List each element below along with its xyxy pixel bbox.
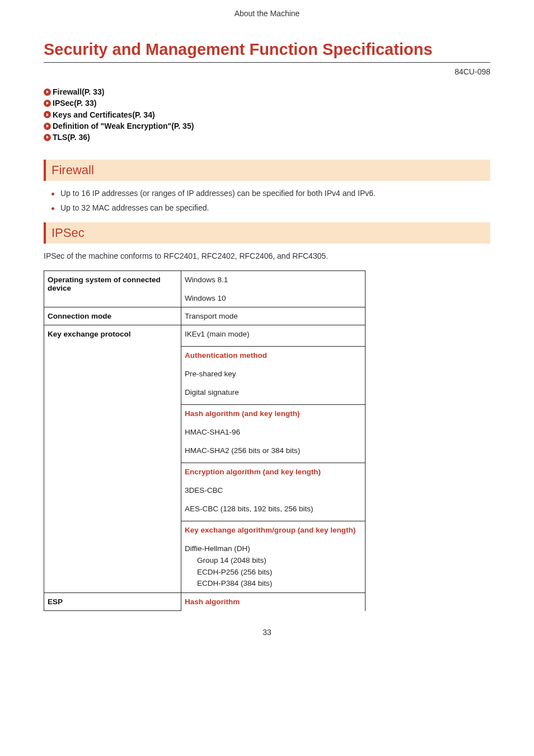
toc-item-ipsec[interactable]: IPSec(P. 33): [44, 97, 490, 109]
toc-item-label: Keys and Certificates(P. 34): [53, 109, 155, 120]
row-label: Key exchange protocol: [44, 325, 181, 593]
subheading-esp-hash: Hash algorithm: [185, 598, 240, 606]
row-label: Operating system of connected device: [44, 271, 181, 307]
row-value: Hash algorithm: [181, 593, 366, 611]
enc-value: 3DES-CBC: [185, 486, 362, 494]
row-value: Windows 8.1 Windows 10: [181, 271, 366, 307]
keg-subitem: ECDH-P384 (384 bits): [197, 578, 362, 589]
table-of-contents: Firewall(P. 33) IPSec(P. 33) Keys and Ce…: [44, 86, 490, 143]
page-number: 33: [44, 628, 490, 637]
toc-item-label: IPSec(P. 33): [53, 97, 96, 109]
auth-value: Pre-shared key: [185, 370, 362, 378]
os-value: Windows 8.1: [185, 276, 362, 284]
table-row: Connection mode Transport mode: [44, 307, 366, 325]
play-circle-icon: [44, 88, 51, 96]
subheading-keg: Key exchange algorithm/group (and key le…: [185, 526, 362, 534]
subheading-enc: Encryption algorithm (and key length): [185, 468, 362, 476]
toc-item-label: Definition of "Weak Encryption"(P. 35): [53, 120, 194, 132]
toc-item-weak-encryption[interactable]: Definition of "Weak Encryption"(P. 35): [44, 120, 490, 132]
hash-value: HMAC-SHA2 (256 bits or 384 bits): [185, 446, 362, 455]
firewall-bullets: Up to 16 IP addresses (or ranges of IP a…: [51, 189, 490, 212]
keg-subitem: Group 14 (2048 bits): [197, 555, 362, 566]
toc-item-label: TLS(P. 36): [53, 132, 90, 143]
play-circle-icon: [44, 100, 51, 107]
toc-item-firewall[interactable]: Firewall(P. 33): [44, 86, 490, 97]
keg-subitem: ECDH-P256 (256 bits): [197, 567, 362, 578]
play-circle-icon: [44, 111, 51, 118]
ipsec-intro: IPSec of the machine conforms to RFC2401…: [44, 251, 490, 260]
enc-value: AES-CBC (128 bits, 192 bits, 256 bits): [185, 505, 362, 513]
table-row: ESP Hash algorithm: [44, 593, 366, 611]
hash-value: HMAC-SHA1-96: [185, 428, 362, 436]
page-title: Security and Management Function Specifi…: [44, 40, 490, 63]
toc-item-tls[interactable]: TLS(P. 36): [44, 132, 490, 143]
list-item: Up to 16 IP addresses (or ranges of IP a…: [51, 189, 490, 198]
section-heading-firewall: Firewall: [44, 160, 490, 181]
table-row: Operating system of connected device Win…: [44, 271, 366, 307]
row-value: IKEv1 (main mode) Authentication method …: [181, 325, 366, 593]
row-label: ESP: [44, 593, 181, 611]
play-circle-icon: [44, 123, 51, 130]
os-value: Windows 10: [185, 294, 362, 302]
row-label: Connection mode: [44, 307, 181, 325]
toc-item-label: Firewall(P. 33): [53, 86, 104, 97]
play-circle-icon: [44, 134, 51, 141]
row-value: Transport mode: [181, 307, 366, 325]
kex-top: IKEv1 (main mode): [181, 325, 365, 346]
subheading-auth: Authentication method: [185, 351, 362, 360]
document-code: 84CU-098: [44, 67, 490, 76]
toc-item-keys[interactable]: Keys and Certificates(P. 34): [44, 109, 490, 120]
ipsec-table: Operating system of connected device Win…: [44, 270, 366, 611]
keg-sublist: Group 14 (2048 bits) ECDH-P256 (256 bits…: [197, 555, 362, 589]
list-item: Up to 32 MAC addresses can be specified.: [51, 203, 490, 212]
running-header: About the Machine: [44, 9, 490, 18]
subheading-hash: Hash algorithm (and key length): [185, 409, 362, 418]
keg-value: Diffie-Hellman (DH): [185, 544, 362, 553]
table-row: Key exchange protocol IKEv1 (main mode) …: [44, 325, 366, 593]
section-heading-ipsec: IPSec: [44, 222, 490, 244]
auth-value: Digital signature: [185, 388, 362, 396]
